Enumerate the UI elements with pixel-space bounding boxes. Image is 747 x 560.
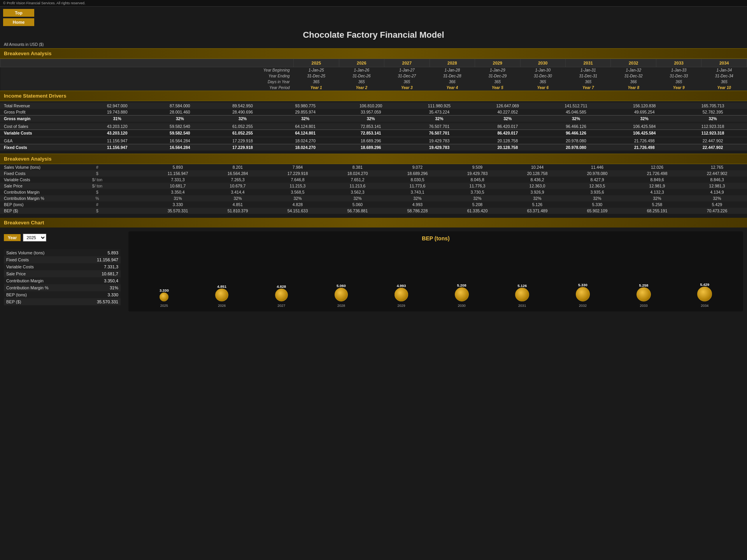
ls-sale-price: Sale Price 10.681,7 [4, 270, 121, 277]
bep-bar-group: 5.0602028 [335, 242, 348, 308]
income-row: Gross Profit19.743.88028.001.46028.490.6… [0, 109, 747, 116]
bep-year-label: 2034 [701, 304, 708, 308]
year-2029-header: 2029 [475, 59, 520, 67]
breakeven-row: BEP (tons)#3.3304.8514.8285.0604.9935.20… [0, 201, 747, 208]
ls-sales-volume-value: 5.893 [79, 249, 121, 256]
year-2031-header: 2031 [565, 59, 610, 67]
years-header-row: 2025 2026 2027 2028 2029 2030 2031 2032 … [0, 59, 747, 67]
year-2030-header: 2030 [520, 59, 565, 67]
ls-variable-costs: Variable Costs 7.331,3 [4, 263, 121, 270]
bep-bar-value: 4.828 [277, 284, 286, 289]
year-2025-header: 2025 [294, 59, 339, 67]
ls-contribution-margin-value: 3.350,4 [79, 277, 121, 284]
bep-chart-panel: BEP (tons) 3.33020254.85120264.82820275.… [128, 231, 743, 312]
breakeven-row: Sale Price$/ ton10.681,710.679,711.215,3… [0, 183, 747, 189]
bep-chart: 3.33020254.85120264.82820275.06020284.99… [132, 245, 739, 308]
bep-circle [160, 292, 168, 301]
year-2033-header: 2033 [656, 59, 701, 67]
ls-sale-price-value: 10.681,7 [79, 270, 121, 277]
label-header [0, 59, 294, 67]
year-info-row: Year Beginning1-Jan-251-Jan-261-Jan-271-… [0, 67, 747, 74]
bep-circle [215, 289, 228, 301]
bep-year-label: 2030 [458, 304, 466, 308]
ls-variable-costs-value: 7.331,3 [79, 263, 121, 270]
bep-bar-group: 5.2082030 [455, 242, 469, 308]
bep-bar-group: 5.4292034 [697, 242, 712, 308]
income-row: G&A11.156.94716.564.28417.229.91818.024.… [0, 138, 747, 144]
bep-bar-group: 5.3302032 [576, 242, 590, 308]
year-info-row: Days in Year3653653653663653653653663653… [0, 79, 747, 85]
bep-circle [515, 288, 529, 301]
bep-year-label: 2032 [579, 304, 587, 308]
bep-chart-title: BEP (tons) [132, 235, 739, 242]
bep-year-label: 2031 [518, 304, 526, 308]
bep-bar-value: 5.330 [578, 283, 587, 287]
bep-year-label: 2029 [398, 304, 405, 308]
breakeven-table: Sales Volume (tons)#5.8938.2017.9848.381… [0, 164, 747, 214]
ls-sale-price-label: Sale Price [4, 270, 79, 277]
year-selector-dropdown[interactable]: 2025202620272028 2029203020312032 203320… [23, 234, 46, 242]
ls-sales-volume-label: Sales Volume (tons) [4, 249, 79, 256]
copyright-text: © Profit Vision Financial Services. All … [3, 1, 86, 5]
ls-sales-volume: Sales Volume (tons) 5.893 [4, 249, 121, 256]
bep-bar-group: 4.8282027 [275, 242, 288, 308]
bep-year-label: 2028 [337, 304, 345, 308]
ls-bep-tons-value: 3.330 [79, 291, 121, 298]
income-row: Variable Costs43.203.12059.582.54061.052… [0, 130, 747, 136]
ls-bep-usd-label: BEP ($) [4, 298, 79, 305]
ls-contribution-margin-pct-label: Contribution Margin % [4, 284, 79, 291]
header-area: Top Home Chocolate Factory Financial Mod… [0, 7, 747, 42]
ls-bep-usd: BEP ($) 35.570.331 [4, 298, 121, 305]
bep-circle [576, 287, 590, 301]
page-title: Chocolate Factory Financial Model [0, 22, 747, 44]
year-2028-header: 2028 [430, 59, 475, 67]
year-info-row: Year PeriodYear 1Year 2Year 3Year 4Year … [0, 85, 747, 91]
bep-bar-value: 5.208 [457, 283, 466, 287]
bep-bar-value: 3.330 [160, 288, 169, 292]
year-2027-header: 2027 [384, 59, 430, 67]
income-table: Total Revenue62.947.00087.584.00089.542.… [0, 101, 747, 150]
ls-contribution-margin-pct: Contribution Margin % 31% [4, 284, 121, 291]
ls-contribution-margin-label: Contribution Margin [4, 277, 79, 284]
breakeven-chart-section: Breakeven Chart Year 2025202620272028 20… [0, 218, 747, 315]
bep-circle [275, 289, 288, 301]
income-statement-drivers-header: Income Statement Drivers [0, 91, 747, 101]
bep-bar-value: 4.851 [217, 284, 226, 289]
top-button[interactable]: Top [3, 9, 34, 17]
year-2034-header: 2034 [701, 59, 747, 67]
bep-bar-value: 5.258 [639, 283, 649, 287]
breakeven-chart-header: Breakeven Chart [0, 218, 747, 228]
ls-variable-costs-label: Variable Costs [4, 263, 79, 270]
bep-circle [697, 287, 712, 301]
ls-fixed-costs-label: Fixed Costs [4, 256, 79, 263]
main-table: 2025 2026 2027 2028 2029 2030 2031 2032 … [0, 59, 747, 91]
bep-circle [395, 288, 408, 301]
bep-year-label: 2025 [160, 304, 168, 308]
breakeven-analysis-table-header: Breakeven Analysis [0, 154, 747, 164]
breakeven-row: BEP ($)$35.570.33151.810.37954.151.63356… [0, 208, 747, 214]
ls-contribution-margin: Contribution Margin 3.350,4 [4, 277, 121, 284]
breakeven-row: Variable Costs$/ ton7.331,37.265,37.646,… [0, 177, 747, 183]
breakeven-row: Contribution Margin$3.350,43.414,43.568,… [0, 189, 747, 195]
breakeven-row: Fixed Costs$11.156.94716.564.28417.229.9… [0, 170, 747, 177]
bep-bar-group: 5.2582033 [637, 242, 651, 308]
ls-bep-tons: BEP (tons) 3.330 [4, 291, 121, 298]
income-row: Cost of Sales43.203.12059.582.54061.052.… [0, 123, 747, 130]
ls-bep-usd-value: 35.570.331 [79, 298, 121, 305]
income-row: Total Revenue62.947.00087.584.00089.542.… [0, 103, 747, 109]
breakeven-analysis-header: Breakeven Analysis [0, 48, 747, 59]
bep-bar-group: 4.8512026 [215, 242, 228, 308]
breakeven-row: Contribution Margin %%31%32%32%32%32%32%… [0, 195, 747, 201]
ls-bep-tons-label: BEP (tons) [4, 291, 79, 298]
bep-year-label: 2026 [218, 304, 226, 308]
ls-fixed-costs-value: 11.156.947 [79, 256, 121, 263]
bep-circle [335, 288, 348, 301]
breakeven-row: Sales Volume (tons)#5.8938.2017.9848.381… [0, 164, 747, 170]
bep-bar-group: 3.3302025 [160, 242, 169, 308]
income-row: Gross margin31%32%32%32%32%32%32%32%32%3… [0, 116, 747, 122]
ls-contribution-margin-pct-value: 31% [79, 284, 121, 291]
bep-circle [455, 287, 469, 301]
bep-bar-value: 4.993 [397, 284, 406, 288]
top-bar: © Profit Vision Financial Services. All … [0, 0, 747, 7]
bep-circle [637, 287, 651, 301]
